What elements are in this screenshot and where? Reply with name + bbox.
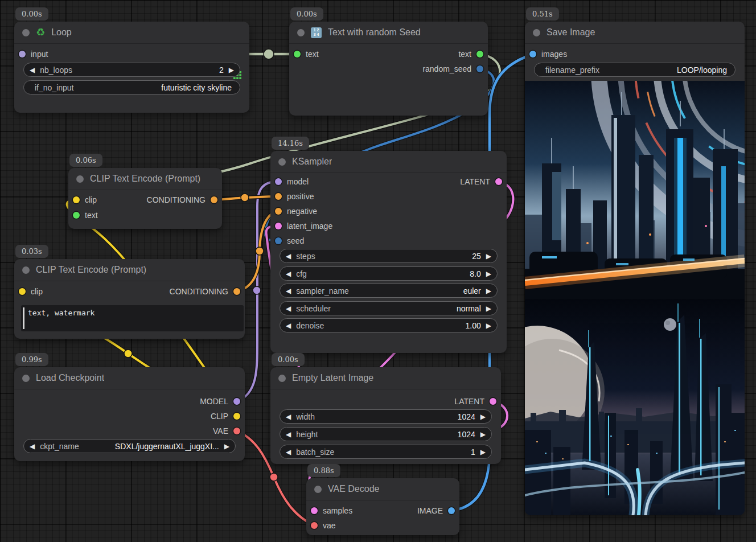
exec-time-badge: 0.00s [272,353,305,366]
node-header[interactable]: Load Checkpoint [14,367,245,389]
increment-arrow-icon[interactable]: ▶ [480,431,486,438]
decrement-arrow-icon[interactable]: ◀ [286,322,291,329]
steps-widget[interactable]: ◀ steps 25 ▶ [280,249,498,263]
random-seed-output-dot[interactable] [476,65,483,72]
recycle-icon: ♻ [36,26,45,39]
increment-arrow-icon[interactable]: ▶ [486,322,491,329]
clip-output-dot[interactable] [233,413,240,420]
collapse-dot[interactable] [278,375,286,382]
cfg-widget[interactable]: ◀ cfg 8.0 ▶ [280,266,498,281]
increment-arrow-icon[interactable]: ▶ [480,413,486,420]
collapse-dot[interactable] [278,158,286,166]
negative-input-dot[interactable] [275,208,282,215]
vae-input-dot[interactable] [311,522,318,529]
decrement-arrow-icon[interactable]: ◀ [286,413,291,420]
increment-arrow-icon[interactable]: ▶ [486,305,491,312]
if-no-input-widget[interactable]: if_no_input futuristic city skyline [23,80,240,95]
collapse-dot[interactable] [76,175,84,183]
decrement-arrow-icon[interactable]: ◀ [286,253,291,260]
prompt-textarea[interactable]: text, watermark [21,305,244,331]
node-header[interactable]: CLIP Text Encode (Prompt) [68,168,222,190]
text-input-dot[interactable] [73,212,80,219]
port-latent-out: LATENT [454,396,496,406]
generated-image-1[interactable] [525,81,745,299]
conditioning-output-dot[interactable] [211,196,217,203]
port-images-in: images [529,49,567,59]
node-header[interactable]: Empty Latent Image [270,367,501,389]
text-input-dot[interactable] [294,51,301,58]
collapse-dot[interactable] [22,266,30,274]
collapse-dot[interactable] [22,375,30,382]
increment-arrow-icon[interactable]: ▶ [486,253,491,260]
decrement-arrow-icon[interactable]: ◀ [286,431,291,438]
text-output-dot[interactable] [476,51,483,58]
ckpt-name-widget[interactable]: ◀ ckpt_name SDXL/juggernautXL_juggXI... … [23,439,236,453]
increment-arrow-icon[interactable]: ▶ [480,449,486,455]
height-widget[interactable]: ◀ height 1024 ▶ [280,427,492,441]
decrement-arrow-icon[interactable]: ◀ [286,305,291,312]
latent-image-input-dot[interactable] [275,223,282,229]
node-header[interactable]: VAE Decode [306,478,459,500]
decrement-arrow-icon[interactable]: ◀ [286,449,291,455]
node-loop[interactable]: 0.00s ♻ Loop input * ◀ nb_loops 2 ▶ [14,22,249,113]
increment-arrow-icon[interactable]: ▶ [486,270,491,277]
model-output-dot[interactable] [233,398,240,405]
node-graph-canvas[interactable]: 0.00s ♻ Loop input * ◀ nb_loops 2 ▶ [0,0,756,542]
decrement-arrow-icon[interactable]: ◀ [30,443,35,450]
denoise-widget[interactable]: ◀ denoise 1.00 ▶ [280,318,498,332]
node-clip-text-encode-positive[interactable]: 0.06s CLIP Text Encode (Prompt) clip tex… [68,168,222,229]
decrement-arrow-icon[interactable]: ◀ [30,67,35,73]
collapse-dot[interactable] [314,486,322,493]
increment-arrow-icon[interactable]: ▶ [229,67,234,73]
node-text-with-random-seed[interactable]: 0.00s 1 2 3 4 Text with random Seed text… [289,22,488,116]
reroute-dot-clip[interactable] [124,350,132,358]
reroute-dot-model[interactable] [253,286,261,294]
images-input-dot[interactable] [529,51,536,58]
model-input-dot[interactable] [275,178,282,185]
decrement-arrow-icon[interactable]: ◀ [286,270,291,277]
samples-input-dot[interactable] [311,507,318,514]
node-ksampler[interactable]: 14.16s KSampler model positive negative … [270,151,507,353]
node-save-image[interactable]: 0.51s Save Image images filename_prefix … [525,22,745,515]
width-widget[interactable]: ◀ width 1024 ▶ [280,409,492,424]
clip-input-dot[interactable] [19,288,26,295]
node-empty-latent-image[interactable]: 0.00s Empty Latent Image LATENT ◀ width … [270,367,501,464]
node-title: CLIP Text Encode (Prompt) [36,265,146,275]
latent-output-dot[interactable] [490,398,496,405]
node-load-checkpoint[interactable]: 0.99s Load Checkpoint MODEL CLIP VAE ◀ c… [14,367,245,461]
node-header[interactable]: CLIP Text Encode (Prompt) [14,259,245,281]
increment-arrow-icon[interactable]: ▶ [486,288,491,294]
filename-prefix-widget[interactable]: filename_prefix LOOP/looping [534,63,736,77]
port-conditioning-out: CONDITIONING [170,286,240,297]
reroute-dot-sage[interactable] [264,49,274,59]
sampler-name-widget[interactable]: ◀ sampler_name euler ▶ [280,284,498,298]
collapse-dot[interactable] [533,29,540,36]
scheduler-widget[interactable]: ◀ scheduler normal ▶ [280,301,498,315]
node-header[interactable]: KSampler [270,151,507,173]
node-header[interactable]: 1 2 3 4 Text with random Seed [289,22,488,44]
increment-arrow-icon[interactable]: ▶ [224,443,229,450]
numbers-icon: 1 2 3 4 [311,27,322,38]
node-header[interactable]: Save Image [525,22,745,44]
clip-input-dot[interactable] [73,196,80,203]
decrement-arrow-icon[interactable]: ◀ [286,288,291,294]
vae-output-dot[interactable] [233,428,240,434]
positive-input-dot[interactable] [275,193,282,200]
nb-loops-widget[interactable]: ◀ nb_loops 2 ▶ [23,63,240,77]
batch-size-widget[interactable]: ◀ batch_size 1 ▶ [280,445,492,459]
image-output-dot[interactable] [448,507,455,514]
reroute-dot-vae[interactable] [270,473,278,481]
node-header[interactable]: ♻ Loop [14,22,249,44]
node-clip-text-encode-negative[interactable]: 0.03s CLIP Text Encode (Prompt) clip CON… [14,259,245,339]
input-port-dot[interactable] [19,51,26,58]
latent-output-dot[interactable] [495,178,502,185]
reroute-dot-positive[interactable] [241,194,249,202]
node-title: Empty Latent Image [292,373,373,383]
conditioning-output-dot[interactable] [233,288,240,295]
seed-input-dot[interactable] [275,237,282,244]
reroute-dot-negative[interactable] [256,247,264,255]
collapse-dot[interactable] [297,29,305,36]
generated-image-2[interactable] [525,299,745,515]
collapse-dot[interactable] [22,29,30,36]
node-vae-decode[interactable]: 0.88s VAE Decode samples vae IMAGE [306,478,459,535]
